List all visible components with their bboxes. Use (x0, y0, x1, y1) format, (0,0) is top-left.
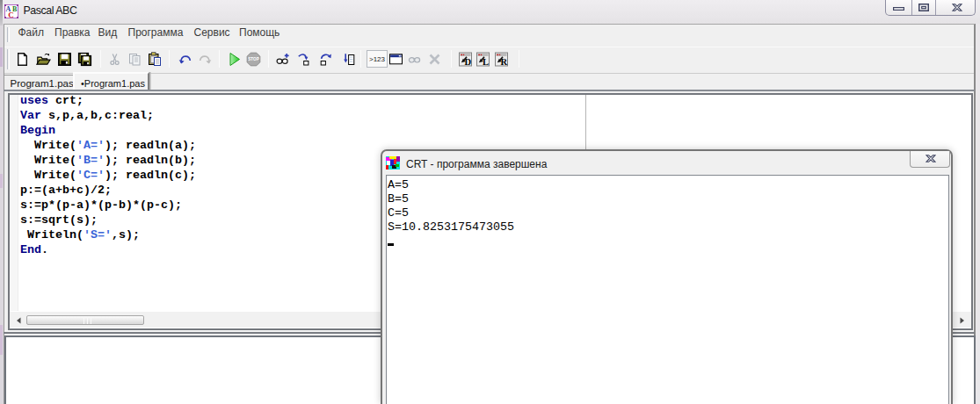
svg-text:STOP: STOP (248, 57, 258, 61)
svg-text:D: D (464, 57, 471, 67)
svg-text:L: L (482, 57, 488, 67)
svg-text:R: R (500, 57, 507, 67)
svg-text:C: C (8, 11, 14, 18)
